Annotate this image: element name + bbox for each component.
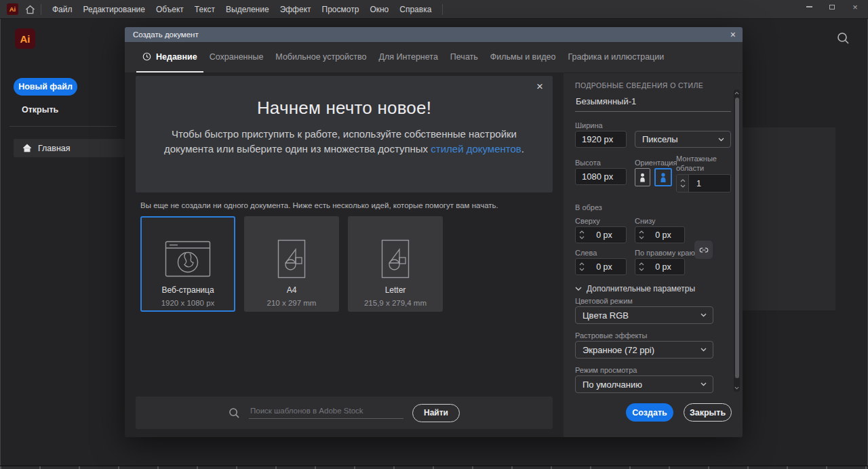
template-card-a4[interactable]: A4 210 x 297 mm	[244, 216, 339, 312]
template-name: Веб-страница	[161, 285, 214, 295]
close-button[interactable]: Закрыть	[684, 403, 732, 422]
menu-item-view[interactable]: Просмотр	[317, 0, 365, 19]
scrollbar-thumb[interactable]	[735, 98, 739, 378]
menu-item-text[interactable]: Текст	[189, 0, 220, 19]
stock-search-input[interactable]	[249, 407, 403, 419]
bleed-bottom-input[interactable]	[648, 227, 684, 243]
dialog-titlebar: Создать документ ×	[125, 27, 743, 42]
artboards-input[interactable]	[689, 175, 730, 192]
height-label: Высота	[575, 159, 601, 167]
menu-bar: Ai Файл Редактирование Объект Текст Выде…	[0, 0, 868, 19]
tab-label: Недавние	[156, 52, 197, 62]
scroll-down-icon[interactable]	[734, 386, 739, 390]
tab-label: Фильмы и видео	[490, 52, 556, 62]
bleed-bottom-label: Снизу	[635, 217, 656, 225]
chevron-up-icon	[579, 262, 585, 266]
tab-recent[interactable]: Недавние	[136, 42, 203, 73]
scroll-up-icon[interactable]	[734, 91, 739, 95]
window-maximize-button[interactable]	[825, 2, 840, 12]
menu-item-edit[interactable]: Редактирование	[78, 0, 151, 19]
tab-saved[interactable]: Сохраненные	[203, 42, 270, 73]
chevron-up-icon	[639, 262, 644, 266]
menu-item-window[interactable]: Окно	[364, 0, 394, 19]
bleed-top-label: Сверху	[575, 217, 600, 225]
chevron-down-icon	[701, 313, 707, 317]
app-logo-icon[interactable]: Ai	[7, 3, 18, 15]
orientation-landscape-button[interactable]	[654, 168, 672, 186]
bleed-left-input[interactable]	[588, 259, 626, 274]
hero-body: Чтобы быстро приступить к работе, исполь…	[159, 127, 530, 156]
bleed-right-label: По правому краю	[635, 249, 695, 257]
home-icon[interactable]	[25, 5, 35, 14]
stepper-arrows[interactable]	[576, 259, 588, 274]
bleed-right-input[interactable]	[648, 259, 684, 274]
color-mode-value: Цвета RGB	[576, 310, 629, 321]
color-mode-label: Цветовой режим	[575, 297, 633, 305]
tab-web[interactable]: Для Интернета	[372, 42, 443, 73]
divider	[41, 4, 41, 15]
search-icon[interactable]	[837, 32, 850, 47]
new-document-dialog: Создать документ × Недавние Сохраненные …	[125, 27, 743, 437]
tab-label: Графика и иллюстрации	[568, 52, 664, 62]
raster-effects-dropdown[interactable]: Экранное (72 ppi)	[575, 341, 713, 359]
bleed-right-stepper	[635, 258, 685, 275]
orientation-portrait-button[interactable]	[635, 168, 650, 186]
chevron-down-icon	[701, 348, 707, 352]
window-minimize-button[interactable]	[802, 2, 816, 12]
document-name-input[interactable]	[575, 96, 731, 112]
dialog-close-icon[interactable]: ×	[730, 27, 736, 42]
chevron-down-icon	[639, 268, 644, 271]
new-file-button[interactable]: Новый файл	[14, 78, 77, 96]
tab-art-illustration[interactable]: Графика и иллюстрации	[561, 42, 670, 73]
maximize-icon	[829, 5, 835, 9]
chevron-down-icon	[718, 138, 724, 142]
menu-item-object[interactable]: Объект	[151, 0, 189, 19]
menu-item-file[interactable]: Файл	[47, 0, 78, 19]
template-size: 210 x 297 mm	[267, 299, 317, 307]
template-card-letter[interactable]: Letter 215,9 x 279,4 mm	[348, 216, 443, 312]
chevron-down-icon	[579, 236, 585, 239]
dialog-title: Создать документ	[133, 30, 199, 39]
height-field	[575, 168, 627, 185]
tab-print[interactable]: Печать	[444, 42, 484, 73]
illustrator-logo: Ai	[15, 28, 35, 49]
search-icon	[229, 407, 240, 419]
hero-close-icon[interactable]: ×	[536, 80, 543, 94]
window-close-button[interactable]: ×	[848, 2, 863, 12]
stepper-arrows[interactable]	[677, 175, 689, 192]
template-card-web-page[interactable]: Веб-страница 1920 x 1080 px	[140, 216, 235, 312]
create-button[interactable]: Создать	[626, 403, 673, 422]
link-icon	[699, 245, 709, 255]
chevron-down-icon	[680, 184, 686, 188]
stock-search-bar: Найти	[136, 396, 553, 429]
bleed-link-button[interactable]	[694, 241, 713, 259]
preview-mode-dropdown[interactable]: По умолчанию	[575, 375, 713, 393]
advanced-options-label: Дополнительные параметры	[587, 284, 695, 293]
open-button[interactable]: Открыть	[22, 105, 58, 115]
advanced-options-toggle[interactable]: Дополнительные параметры	[575, 284, 695, 293]
chevron-down-icon	[639, 236, 644, 239]
stepper-arrows[interactable]	[635, 259, 648, 274]
menu-item-effect[interactable]: Эффект	[275, 0, 317, 19]
raster-effects-label: Растровые эффекты	[575, 331, 648, 340]
bleed-top-input[interactable]	[588, 227, 626, 243]
tab-label: Мобильное устройство	[275, 52, 366, 62]
tab-mobile[interactable]: Мобильное устройство	[269, 42, 372, 73]
document-presets-link[interactable]: стилей документов	[431, 143, 521, 155]
chevron-up-icon	[579, 230, 585, 234]
height-input[interactable]	[576, 169, 626, 184]
menu-item-help[interactable]: Справка	[394, 0, 437, 19]
scrollbar[interactable]	[734, 89, 740, 392]
menu-item-select[interactable]: Выделение	[220, 0, 275, 19]
sidebar-item-home[interactable]: Главная	[14, 139, 125, 157]
stepper-arrows[interactable]	[576, 227, 588, 243]
illustrator-logo-text: Ai	[20, 33, 31, 45]
stock-search-button[interactable]: Найти	[412, 404, 460, 422]
units-dropdown[interactable]: Пикселы	[635, 131, 731, 148]
artboards-stepper	[676, 174, 731, 192]
stepper-arrows[interactable]	[635, 227, 648, 243]
chevron-down-icon	[701, 382, 707, 386]
color-mode-dropdown[interactable]: Цвета RGB	[575, 306, 713, 324]
tab-film-video[interactable]: Фильмы и видео	[484, 42, 562, 73]
width-input[interactable]	[576, 131, 626, 147]
